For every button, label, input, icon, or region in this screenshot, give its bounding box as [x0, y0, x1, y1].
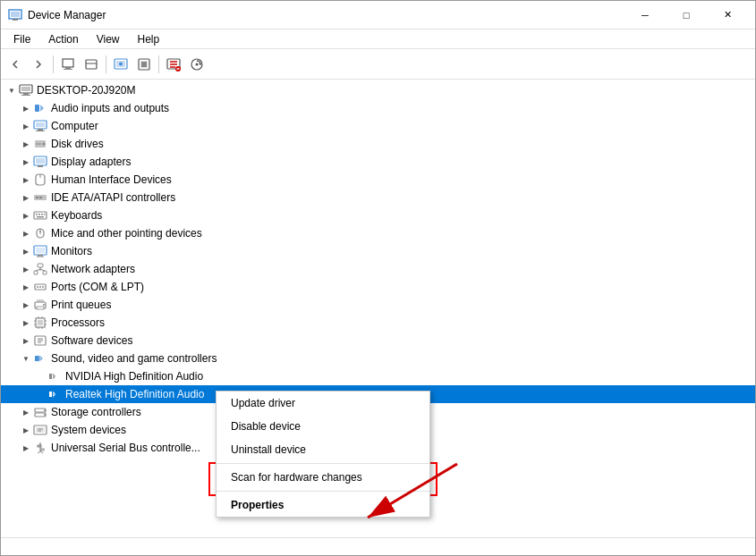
storage-expand[interactable]: ▶ — [19, 405, 33, 419]
tree-root[interactable]: ▼ DESKTOP-20J920M — [1, 81, 755, 99]
usb-icon — [33, 441, 47, 455]
hid-expand[interactable]: ▶ — [19, 173, 33, 187]
tree-item-network[interactable]: ▶ Network adapters — [1, 260, 755, 278]
network-expand[interactable]: ▶ — [19, 262, 33, 276]
sound-expand[interactable]: ▼ — [19, 351, 33, 366]
minimize-button[interactable]: ─ — [624, 1, 666, 29]
close-button[interactable]: ✕ — [707, 1, 748, 29]
processors-expand[interactable]: ▶ — [19, 316, 33, 330]
menu-file[interactable]: File — [4, 31, 39, 47]
root-expand-arrow[interactable]: ▼ — [4, 83, 19, 97]
back-button[interactable] — [4, 54, 26, 75]
svg-rect-13 — [141, 62, 147, 67]
svg-rect-2 — [13, 19, 18, 21]
system-label: System devices — [51, 424, 126, 436]
ide-expand[interactable]: ▶ — [19, 190, 33, 205]
display-label: Display adapters — [51, 156, 131, 168]
svg-rect-84 — [35, 356, 38, 361]
tree-item-mice[interactable]: ▶ Mice and other pointing devices — [1, 224, 755, 242]
svg-rect-43 — [34, 212, 47, 219]
usb-expand[interactable]: ▶ — [19, 441, 33, 455]
restore-button[interactable]: □ — [666, 1, 707, 29]
tree-item-audio[interactable]: ▶ Audio inputs and outputs — [1, 99, 755, 117]
toolbar-btn-4[interactable] — [81, 54, 102, 75]
tree-item-display[interactable]: ▶ Display adapters — [1, 153, 755, 171]
print-icon — [33, 298, 47, 312]
svg-rect-67 — [37, 299, 44, 302]
svg-rect-57 — [34, 271, 38, 274]
system-expand[interactable]: ▶ — [19, 423, 33, 437]
tree-item-ports[interactable]: ▶ Ports (COM & LPT) — [1, 278, 755, 296]
context-menu-update-driver[interactable]: Update driver — [217, 392, 429, 415]
svg-rect-26 — [21, 95, 30, 96]
svg-rect-24 — [21, 87, 30, 91]
realtek-label: Realtek High Definition Audio — [65, 388, 204, 400]
tree-item-computer[interactable]: ▶ Computer — [1, 117, 755, 135]
svg-rect-3 — [63, 59, 73, 67]
context-menu-uninstall-device[interactable]: Uninstall device — [217, 438, 429, 461]
tree-item-nvidia[interactable]: ▶ NVIDIA High Definition Audio — [1, 367, 755, 385]
print-expand[interactable]: ▶ — [19, 298, 33, 312]
toolbar-btn-remove[interactable] — [163, 54, 184, 75]
svg-rect-44 — [36, 214, 38, 215]
context-menu-separator-1 — [217, 463, 429, 464]
svg-rect-47 — [44, 214, 46, 215]
toolbar-btn-scan[interactable] — [186, 54, 208, 75]
software-icon — [33, 333, 47, 348]
software-expand[interactable]: ▶ — [19, 333, 33, 348]
status-bar — [1, 537, 755, 555]
toolbar-btn-6[interactable] — [133, 54, 155, 75]
ports-expand[interactable]: ▶ — [19, 280, 33, 294]
tree-item-monitors[interactable]: ▶ Monitors — [1, 242, 755, 260]
root-computer-icon — [19, 83, 33, 97]
computer-expand[interactable]: ▶ — [19, 119, 33, 133]
tree-item-disk[interactable]: ▶ Disk drives — [1, 135, 755, 153]
tree-item-software[interactable]: ▶ Software devices — [1, 332, 755, 350]
forward-button[interactable] — [28, 54, 49, 75]
audio-expand[interactable]: ▶ — [19, 101, 33, 115]
processor-icon — [33, 316, 47, 330]
svg-rect-85 — [49, 374, 52, 379]
hid-icon — [33, 173, 47, 187]
disk-icon — [33, 137, 47, 151]
tree-item-print[interactable]: ▶ Print queues — [1, 296, 755, 314]
tree-item-processors[interactable]: ▶ Processors — [1, 314, 755, 332]
svg-rect-68 — [37, 307, 44, 309]
device-manager-window: Device Manager ─ □ ✕ File Action View He… — [0, 0, 756, 556]
display-icon — [33, 155, 47, 169]
disk-expand[interactable]: ▶ — [19, 137, 33, 151]
sound-icon — [33, 351, 47, 366]
toolbar-separator-3 — [158, 55, 159, 73]
tree-item-hid[interactable]: ▶ Human Interface Devices — [1, 171, 755, 189]
svg-point-64 — [39, 286, 41, 288]
context-menu-separator-2 — [217, 491, 429, 492]
context-menu-properties[interactable]: Properties — [217, 493, 429, 517]
app-icon — [8, 8, 22, 22]
toolbar-btn-5[interactable] — [110, 54, 132, 75]
network-label: Network adapters — [51, 263, 135, 275]
tree-item-keyboard[interactable]: ▶ Keyboards — [1, 206, 755, 224]
context-menu-scan[interactable]: Scan for hardware changes — [217, 466, 429, 489]
monitors-icon — [33, 244, 47, 258]
mice-label: Mice and other pointing devices — [51, 227, 202, 240]
display-expand[interactable]: ▶ — [19, 155, 33, 169]
context-menu-disable-device[interactable]: Disable device — [217, 415, 429, 438]
ide-label: IDE ATA/ATAPI controllers — [51, 191, 175, 204]
svg-rect-48 — [37, 216, 44, 218]
tree-item-ide[interactable]: ▶ IDE ATA/ATAPI controllers — [1, 189, 755, 206]
menu-action[interactable]: Action — [39, 31, 87, 47]
title-bar-left: Device Manager — [8, 8, 106, 22]
disk-label: Disk drives — [51, 138, 104, 150]
menu-view[interactable]: View — [88, 31, 129, 47]
tree-item-sound[interactable]: ▼ Sound, video and game controllers — [1, 350, 755, 367]
ide-icon — [33, 190, 47, 205]
print-label: Print queues — [51, 299, 111, 311]
nvidia-label: NVIDIA High Definition Audio — [65, 370, 203, 383]
menu-help[interactable]: Help — [129, 31, 169, 47]
mice-expand[interactable]: ▶ — [19, 226, 33, 240]
mouse-icon — [33, 226, 47, 240]
toolbar-btn-3[interactable] — [57, 54, 79, 75]
software-label: Software devices — [51, 334, 132, 347]
monitors-expand[interactable]: ▶ — [19, 244, 33, 258]
keyboard-expand[interactable]: ▶ — [19, 208, 33, 223]
